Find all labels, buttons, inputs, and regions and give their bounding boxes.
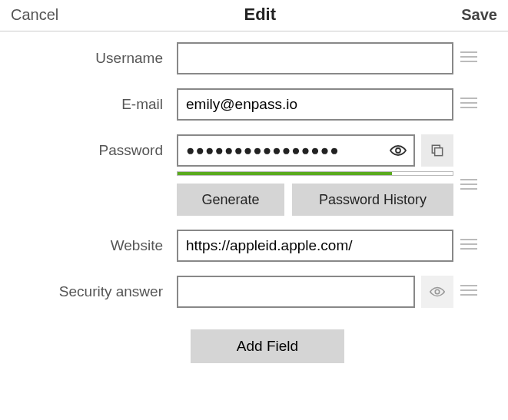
label-security-answer: Security answer (0, 276, 177, 300)
row-email: E-mail (0, 88, 502, 121)
svg-point-0 (396, 148, 400, 153)
label-email: E-mail (0, 88, 177, 113)
password-strength-fill (178, 172, 392, 175)
password-strength-bar (177, 171, 453, 176)
drag-handle-icon[interactable] (460, 98, 477, 108)
row-website: Website (0, 230, 502, 262)
row-username: Username (0, 42, 502, 74)
generate-button[interactable]: Generate (177, 184, 284, 216)
eye-icon (429, 283, 446, 300)
drag-handle-icon[interactable] (460, 285, 477, 296)
row-security-answer: Security answer (0, 276, 502, 308)
label-website: Website (0, 230, 177, 254)
label-username: Username (0, 42, 177, 67)
copy-button[interactable] (421, 134, 453, 167)
save-button[interactable]: Save (461, 6, 497, 24)
cancel-button[interactable]: Cancel (11, 6, 58, 24)
drag-handle-icon[interactable] (460, 51, 477, 62)
label-password: Password (0, 134, 177, 159)
password-input[interactable]: ●●●●●●●●●●●●●●●● (186, 142, 406, 159)
page-title: Edit (244, 5, 276, 25)
drag-handle-icon[interactable] (460, 179, 477, 190)
svg-point-2 (435, 289, 440, 294)
username-input[interactable] (177, 42, 453, 74)
password-history-button[interactable]: Password History (292, 184, 453, 216)
add-field-row: Add Field (0, 329, 502, 363)
reveal-security-button[interactable] (421, 276, 453, 308)
email-input[interactable] (177, 88, 453, 121)
add-field-button[interactable]: Add Field (191, 329, 344, 363)
edit-header: Cancel Edit Save (0, 0, 508, 31)
drag-handle-icon[interactable] (460, 239, 477, 250)
row-password: Password ●●●●●●●●●●●●●●●● (0, 134, 502, 216)
edit-form: Username E-mail Password ●●●●●●●●●●●●●●●… (0, 31, 508, 363)
security-answer-input[interactable] (177, 276, 415, 308)
eye-icon[interactable] (389, 141, 407, 160)
copy-icon (430, 143, 445, 158)
website-input[interactable] (177, 230, 453, 262)
svg-rect-1 (435, 148, 443, 156)
